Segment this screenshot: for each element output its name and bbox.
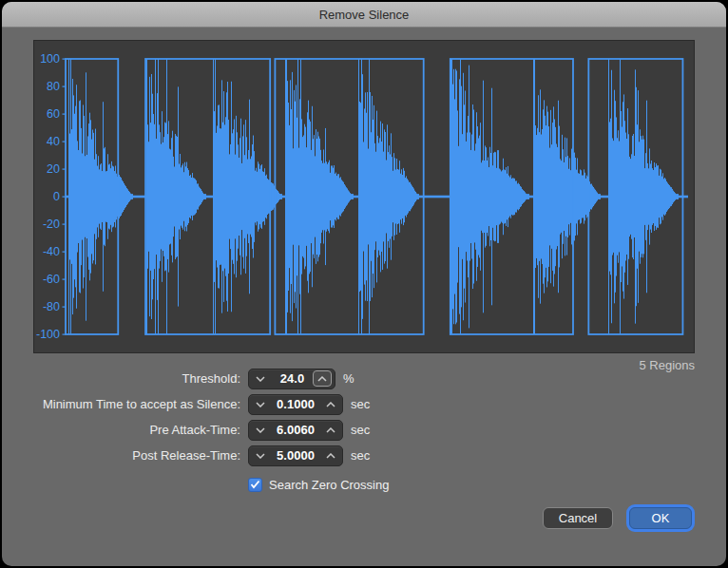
search-zero-crossing-label: Search Zero Crossing — [269, 478, 389, 492]
waveform-svg: 100806040200-20-40-60-80-100 — [34, 41, 694, 352]
stepper-up-button[interactable] — [313, 370, 332, 387]
stepper-up-button[interactable] — [319, 395, 342, 414]
post-release-time-stepper[interactable]: 5.0000 — [248, 445, 343, 466]
pre-attack-time-stepper[interactable]: 6.0060 — [248, 420, 343, 441]
stepper-down-button[interactable] — [249, 395, 272, 414]
threshold-row: Threshold: 24.0 % — [2, 368, 354, 389]
svg-text:80: 80 — [47, 80, 60, 93]
ok-button[interactable]: OK — [629, 507, 692, 529]
chevron-down-icon — [256, 402, 265, 407]
min-silence-time-unit: sec — [351, 397, 370, 411]
waveform-display: 100806040200-20-40-60-80-100 — [33, 40, 695, 353]
regions-count-label: 5 Regions — [639, 358, 695, 372]
min-silence-time-label: Minimum Time to accept as Silence: — [2, 397, 240, 411]
svg-text:100: 100 — [40, 52, 60, 66]
pre-attack-time-unit: sec — [351, 423, 370, 437]
stepper-down-button[interactable] — [249, 369, 272, 388]
title-bar[interactable]: Remove Silence — [2, 2, 726, 28]
svg-text:-60: -60 — [43, 273, 60, 286]
threshold-stepper[interactable]: 24.0 — [248, 369, 335, 389]
svg-text:20: 20 — [47, 162, 60, 176]
check-icon — [250, 480, 260, 489]
pre-attack-time-label: Pre Attack-Time: — [2, 423, 240, 437]
search-zero-crossing-row: Search Zero Crossing — [248, 474, 389, 495]
threshold-label: Threshold: — [2, 371, 240, 386]
chevron-up-icon — [326, 402, 335, 407]
svg-text:-40: -40 — [43, 245, 60, 258]
svg-text:-100: -100 — [36, 328, 60, 341]
post-release-time-row: Post Release-Time: 5.0000 sec — [2, 445, 370, 466]
post-release-time-value[interactable]: 5.0000 — [272, 448, 319, 463]
svg-text:60: 60 — [47, 107, 60, 121]
threshold-unit: % — [343, 371, 354, 386]
min-silence-time-value[interactable]: 0.1000 — [272, 397, 319, 411]
chevron-up-icon — [317, 376, 327, 382]
post-release-time-unit: sec — [351, 448, 370, 463]
chevron-up-icon — [326, 427, 335, 433]
svg-text:40: 40 — [47, 135, 60, 148]
chevron-down-icon — [256, 453, 265, 459]
chevron-down-icon — [256, 427, 265, 433]
chevron-up-icon — [326, 453, 335, 459]
search-zero-crossing-checkbox[interactable] — [248, 478, 262, 492]
remove-silence-dialog: Remove Silence 100806040200-20-40-60-80-… — [2, 2, 726, 566]
dialog-buttons: Cancel OK — [543, 507, 692, 529]
svg-text:-20: -20 — [43, 218, 60, 231]
min-silence-time-stepper[interactable]: 0.1000 — [248, 394, 343, 415]
chevron-down-icon — [256, 376, 265, 382]
stepper-up-button[interactable] — [319, 446, 342, 465]
stepper-down-button[interactable] — [249, 446, 272, 465]
svg-text:-80: -80 — [43, 300, 60, 313]
window-title: Remove Silence — [319, 8, 410, 22]
svg-text:0: 0 — [53, 190, 60, 203]
threshold-value[interactable]: 24.0 — [272, 371, 313, 386]
stepper-up-button[interactable] — [319, 421, 342, 440]
pre-attack-time-value[interactable]: 6.0060 — [272, 423, 319, 437]
min-silence-time-row: Minimum Time to accept as Silence: 0.100… — [2, 393, 370, 415]
post-release-time-label: Post Release-Time: — [2, 448, 240, 463]
cancel-button[interactable]: Cancel — [543, 507, 613, 529]
stepper-down-button[interactable] — [249, 421, 272, 440]
pre-attack-time-row: Pre Attack-Time: 6.0060 sec — [2, 419, 370, 441]
